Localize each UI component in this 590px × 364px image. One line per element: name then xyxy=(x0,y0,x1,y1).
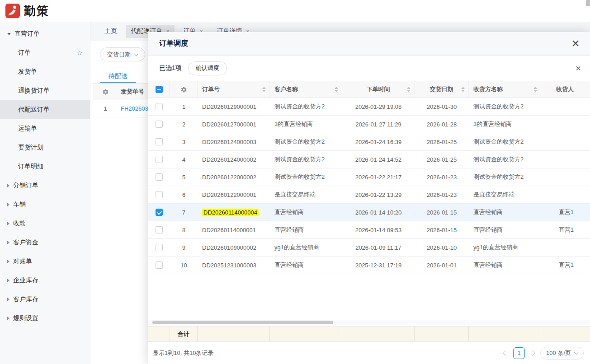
page-scrollbar-thumb[interactable] xyxy=(586,0,590,6)
sidebar-item-shipments[interactable]: 发货单 xyxy=(0,62,90,81)
cell-order-no: DD20260127000001 xyxy=(198,116,270,133)
select-all-checkbox[interactable] xyxy=(156,86,163,93)
next-page-button[interactable] xyxy=(530,350,535,355)
subtab-pending-delivery[interactable]: 待配送 xyxy=(100,69,136,83)
cell-order-no: DD20260129000001 xyxy=(198,98,270,116)
current-page-button[interactable]: 1 xyxy=(513,347,525,359)
sidebar-item-order-details[interactable]: 订单明细 xyxy=(0,157,90,176)
row-checkbox[interactable] xyxy=(156,226,163,233)
delivery-date-filter-button[interactable]: 交货日期 xyxy=(100,47,145,61)
order-dispatch-modal: 订单调度 × 已选1项 确认调度 × 订单号 xyxy=(148,32,590,364)
tab-home[interactable]: 主页 xyxy=(99,25,122,38)
gear-icon[interactable] xyxy=(180,86,187,93)
cell-order-no: DD20260114000001 xyxy=(198,221,270,239)
sort-icons xyxy=(533,87,537,92)
pagination-controls: 1 100 条/页 xyxy=(504,347,584,359)
cell-customer: 3的直营经销商 xyxy=(270,116,342,133)
sidebar-item-requisition-plan[interactable]: 要货计划 xyxy=(0,138,90,157)
caret-down-icon xyxy=(7,33,11,35)
sidebar-group-enterprise-inventory[interactable]: 企业库存 xyxy=(0,271,90,290)
sidebar-item-delegated-delivery-orders[interactable]: 代配送订单 xyxy=(0,100,90,119)
cell-receiver-org: yg1的直营经销商 xyxy=(469,239,541,257)
column-header-delivery-date[interactable]: 交货日期 xyxy=(415,81,469,98)
cell-order-no: DD20260114000004 xyxy=(198,204,270,221)
cell-order-time: 2026-01-14 09:53 xyxy=(342,221,415,239)
brand-logo-icon xyxy=(5,4,20,18)
row-checkbox[interactable] xyxy=(156,261,163,269)
sidebar-group-direct-orders[interactable]: 直营订单 xyxy=(0,24,90,43)
table-row[interactable]: 8 DD20260114000001 直营经销商 2026-01-14 09:5… xyxy=(148,221,590,239)
sidebar-group-customer-funds[interactable]: 客户资金 xyxy=(0,233,90,252)
cell-order-time: 2026-01-22 13:29 xyxy=(342,186,415,204)
table-row[interactable]: 9 DD20260109000002 yg1的直营经销商 2026-01-09 … xyxy=(148,239,590,257)
shipment-order-link[interactable]: FH202603 xyxy=(118,105,148,112)
caret-right-icon xyxy=(7,298,9,301)
table-row[interactable]: 2 DD20260127000001 3的直营经销商 2026-01-27 11… xyxy=(148,116,590,133)
cell-index: 10 xyxy=(170,257,198,274)
row-checkbox[interactable] xyxy=(156,244,163,251)
cell-delivery-date: 2026-01-25 xyxy=(415,151,469,168)
sort-icons xyxy=(461,87,465,92)
row-checkbox[interactable] xyxy=(156,191,163,198)
column-settings-gear-icon[interactable] xyxy=(93,89,118,95)
sidebar-group-rule-settings[interactable]: 规则设置 xyxy=(0,309,90,328)
cell-order-no: DD20251231000003 xyxy=(198,257,270,274)
cell-index: 7 xyxy=(170,204,198,221)
horizontal-scrollbar[interactable] xyxy=(148,320,590,325)
toolbar-close-icon[interactable]: × xyxy=(576,63,581,74)
cell-receiver-org: 测试资金的收货方2 xyxy=(469,168,541,186)
confirm-dispatch-button[interactable]: 确认调度 xyxy=(188,61,227,75)
cell-order-no: DD20260122000001 xyxy=(198,186,270,204)
modal-close-icon[interactable]: × xyxy=(567,36,584,52)
prev-page-button[interactable] xyxy=(503,350,508,355)
sidebar-group-customer-inventory[interactable]: 客户库存 xyxy=(0,290,90,309)
table-row[interactable]: 5 DD20260122000002 测试资金的收货方2 2026-01-22 … xyxy=(148,168,590,186)
sidebar-group-collections[interactable]: 收款 xyxy=(0,214,90,233)
row-checkbox[interactable] xyxy=(156,156,163,163)
caret-right-icon xyxy=(7,222,9,225)
sidebar-item-orders[interactable]: 订单 ☆ xyxy=(0,43,90,62)
highlighted-order-no: DD20260114000004 xyxy=(202,209,259,216)
column-header-order-no[interactable]: 订单号 xyxy=(198,81,270,98)
page-size-select[interactable]: 100 条/页 xyxy=(540,347,584,359)
star-icon[interactable]: ☆ xyxy=(77,49,83,57)
table-row[interactable]: 3 DD20260124000003 测试资金的收货方2 2026-01-24 … xyxy=(148,133,590,151)
row-checkbox-checked[interactable] xyxy=(156,209,163,216)
table-row[interactable]: 4 DD20260124000002 测试资金的收货方2 2026-01-24 … xyxy=(148,151,590,168)
cell-index: 1 xyxy=(170,98,198,116)
selected-count-label: 已选1项 xyxy=(159,64,182,72)
cell-delivery-date: 2026-01-10 xyxy=(415,239,469,257)
cell-receiver xyxy=(541,151,590,168)
table-row-selected[interactable]: 7 DD20260114000004 直营经销商 2026-01-14 10:2… xyxy=(148,204,590,221)
row-checkbox[interactable] xyxy=(156,121,163,128)
cell-order-time: 2026-01-22 21:17 xyxy=(342,168,415,186)
column-header-receiver-org[interactable]: 收货方名称 xyxy=(469,81,541,98)
sidebar-item-transport-orders[interactable]: 运输单 xyxy=(0,119,90,138)
cell-receiver xyxy=(541,98,590,116)
row-checkbox[interactable] xyxy=(156,173,163,181)
background-table-row[interactable]: 1 FH202603 xyxy=(93,100,148,117)
table-row[interactable]: 1 DD20260129000001 测试资金的收货方2 2026-01-29 … xyxy=(148,98,590,116)
cell-receiver: 直营1 xyxy=(541,221,590,239)
cell-receiver xyxy=(541,186,590,204)
column-header-receiver[interactable]: 收货人 xyxy=(541,81,590,98)
app-root: 勤策 直营订单 订单 ☆ 发货单 退换货订单 代配送订单 运输单 要货计划 订单… xyxy=(0,0,590,364)
sidebar-item-return-orders[interactable]: 退换货订单 xyxy=(0,81,90,100)
cell-receiver-org: 3的直营经销商 xyxy=(469,116,541,133)
sidebar-group-statements[interactable]: 对账单 xyxy=(0,252,90,271)
scrollbar-thumb[interactable] xyxy=(152,321,333,324)
modal-title: 订单调度 xyxy=(159,39,188,48)
column-header-order-time[interactable]: 下单时间 xyxy=(342,81,415,98)
cell-index: 6 xyxy=(170,186,198,204)
column-header-customer[interactable]: 客户名称 xyxy=(270,81,342,98)
cell-receiver: 直营1 xyxy=(541,257,590,274)
table-row[interactable]: 6 DD20260122000001 是直接交易终端 2026-01-22 13… xyxy=(148,186,590,204)
sidebar: 直营订单 订单 ☆ 发货单 退换货订单 代配送订单 运输单 要货计划 订单明细 … xyxy=(0,22,90,364)
row-checkbox[interactable] xyxy=(156,103,163,110)
sidebar-group-distribution-orders[interactable]: 分销订单 xyxy=(0,176,90,195)
caret-right-icon xyxy=(7,279,9,282)
cell-order-time: 2025-12-31 17:19 xyxy=(342,257,415,274)
row-checkbox[interactable] xyxy=(156,138,163,145)
table-row[interactable]: 10 DD20251231000003 直营经销商 2025-12-31 17:… xyxy=(148,257,590,274)
sidebar-group-vehicle-sales[interactable]: 车销 xyxy=(0,195,90,214)
